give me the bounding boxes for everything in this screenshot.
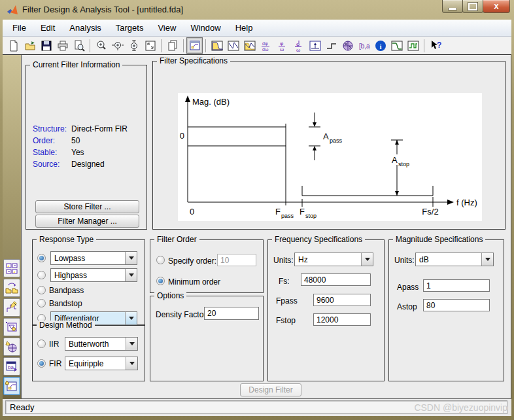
minimize-button[interactable] — [442, 0, 463, 13]
svg-text:ω: ω — [296, 46, 300, 52]
chevron-down-icon[interactable] — [361, 253, 373, 266]
fstop-input[interactable] — [313, 313, 371, 326]
iir-radio[interactable] — [37, 340, 46, 348]
magnitude-specifications-panel: Magnitude Specifications Units: dB Apass… — [388, 239, 504, 381]
multirate-filter-icon — [5, 262, 18, 275]
print-icon — [57, 40, 69, 52]
bandpass-label: Bandpass — [49, 286, 84, 295]
mag-units-dropdown[interactable]: dB — [415, 253, 494, 266]
fir-radio[interactable] — [37, 359, 46, 368]
zoom-x-button[interactable] — [109, 37, 126, 54]
zoom-x-icon — [112, 40, 124, 52]
phase-response-button[interactable] — [225, 37, 241, 54]
chevron-down-icon[interactable] — [125, 312, 137, 324]
bandpass-radio[interactable] — [37, 286, 46, 294]
copy-session-button[interactable] — [164, 37, 180, 54]
magnitude-response-button[interactable] — [209, 37, 225, 54]
full-view-icon — [145, 40, 156, 52]
print-preview-button[interactable] — [71, 37, 87, 54]
pole-zero-icon — [342, 40, 354, 52]
realize-model-button[interactable] — [405, 37, 421, 54]
zoom-y-button[interactable] — [126, 37, 142, 54]
pole-zero-button[interactable] — [339, 37, 356, 54]
toolbar-separator — [161, 39, 162, 52]
print-button[interactable] — [54, 37, 71, 54]
zoom-in-icon — [95, 40, 107, 52]
maximize-button[interactable] — [462, 0, 483, 13]
density-factor-input[interactable] — [204, 307, 259, 320]
sidebar-import-filter-button[interactable]: ba — [3, 357, 20, 376]
bandstop-label: Bandstop — [49, 299, 82, 308]
svg-text:F: F — [300, 207, 305, 217]
menu-analysis[interactable]: Analysis — [62, 20, 108, 35]
sidebar-design-filter-button[interactable] — [3, 377, 20, 395]
sidebar-pole-zero-editor-button[interactable] — [3, 338, 20, 356]
chevron-down-icon[interactable] — [125, 269, 137, 281]
toolbar-separator — [205, 39, 206, 52]
menu-edit[interactable]: Edit — [33, 20, 62, 35]
new-icon — [8, 40, 20, 52]
magnitude-response-icon — [211, 40, 223, 52]
help-button[interactable]: ? — [427, 37, 443, 54]
menu-view[interactable]: View — [150, 20, 183, 35]
group-delay-button[interactable]: dφdω — [258, 37, 274, 54]
filter-info-button[interactable]: i — [372, 37, 388, 54]
chevron-down-icon[interactable] — [125, 252, 137, 264]
sidebar-multirate-filter-button[interactable] — [3, 259, 20, 277]
close-button[interactable]: X — [483, 0, 510, 13]
svg-text:ba: ba — [8, 364, 14, 370]
design-mask-button[interactable] — [388, 37, 405, 54]
svg-text:stop: stop — [398, 161, 409, 167]
current-filter-info-title: Current Filter Information — [30, 60, 122, 69]
fir-method-dropdown[interactable]: Equiripple — [65, 357, 138, 370]
apass-input[interactable] — [423, 279, 490, 292]
freq-units-label: Units: — [273, 256, 294, 265]
menu-file[interactable]: File — [5, 20, 33, 35]
fs-input[interactable] — [301, 273, 371, 286]
toolbar-separator — [183, 39, 184, 52]
help-icon: ? — [430, 40, 441, 52]
save-button[interactable] — [38, 37, 54, 54]
svg-text:dω: dω — [262, 47, 269, 52]
specify-order-radio[interactable] — [156, 256, 165, 264]
sidebar-quantization-parameters-button[interactable] — [3, 298, 20, 317]
chevron-down-icon[interactable] — [481, 253, 493, 266]
full-view-button[interactable] — [142, 37, 158, 54]
magnitude-phase-response-button[interactable] — [241, 37, 258, 54]
sidebar-frequency-transformations-button[interactable] — [3, 318, 20, 336]
highpass-dropdown[interactable]: Highpass — [50, 268, 137, 282]
menu-help[interactable]: Help — [228, 20, 260, 35]
freq-units-dropdown[interactable]: Hz — [294, 253, 373, 266]
zero-phase-button[interactable]: φω — [290, 37, 307, 54]
filter-manager-button[interactable]: Filter Manager ... — [35, 215, 139, 228]
bandstop-radio[interactable] — [37, 299, 46, 307]
iir-method-dropdown[interactable]: Butterworth — [65, 337, 138, 351]
chevron-down-icon[interactable] — [126, 338, 137, 350]
filter-design-button[interactable] — [186, 37, 203, 54]
coefficients-button[interactable]: [b,a] — [356, 37, 372, 54]
design-filter-action-button[interactable]: Design Filter — [240, 383, 301, 396]
current-filter-info-panel: Current Filter Information Structure: Di… — [26, 65, 147, 230]
fpass-input[interactable] — [313, 294, 371, 306]
highpass-radio[interactable] — [37, 271, 46, 279]
store-filter-button[interactable]: Store Filter ... — [35, 200, 139, 213]
open-button[interactable] — [22, 37, 38, 54]
new-button[interactable] — [5, 37, 22, 54]
pole-zero-editor-icon — [5, 340, 18, 353]
specify-order-input[interactable] — [217, 254, 256, 266]
chevron-down-icon[interactable] — [126, 357, 137, 370]
minimum-order-radio[interactable] — [156, 277, 165, 285]
step-response-button[interactable] — [323, 37, 339, 54]
iir-label: IIR — [49, 340, 59, 349]
astop-input[interactable] — [423, 299, 490, 311]
menu-targets[interactable]: Targets — [109, 20, 151, 35]
group-delay-icon: dφdω — [260, 40, 272, 52]
lowpass-dropdown[interactable]: Lowpass — [50, 251, 137, 265]
zoom-in-button[interactable] — [93, 37, 109, 54]
phase-delay-button[interactable]: φω — [274, 37, 290, 54]
magnitude-specifications-title: Magnitude Specifications — [393, 235, 485, 244]
lowpass-radio[interactable] — [37, 254, 46, 262]
impulse-response-button[interactable] — [307, 37, 323, 54]
menu-window[interactable]: Window — [183, 20, 228, 35]
sidebar-transform-filter-button[interactable] — [3, 279, 20, 297]
